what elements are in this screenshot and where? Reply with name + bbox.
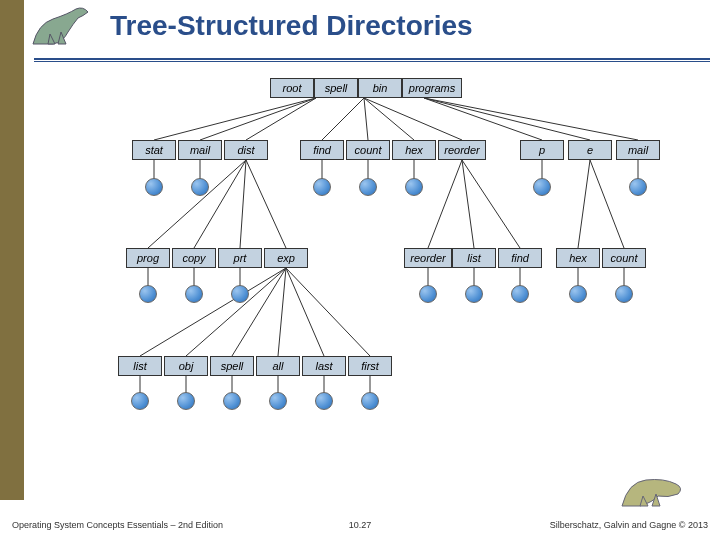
node-mail: mail — [178, 140, 222, 160]
file-node — [177, 392, 195, 410]
file-node — [361, 392, 379, 410]
file-node — [269, 392, 287, 410]
node-exp: exp — [264, 248, 308, 268]
node-first: first — [348, 356, 392, 376]
svg-line-4 — [364, 98, 368, 140]
node-list2: list — [118, 356, 162, 376]
svg-line-24 — [590, 160, 624, 248]
node-programs: programs — [402, 78, 462, 98]
svg-line-9 — [424, 98, 638, 140]
svg-line-33 — [286, 268, 324, 356]
svg-line-13 — [194, 160, 246, 248]
file-node — [419, 285, 437, 303]
node-dist: dist — [224, 140, 268, 160]
node-spell2: spell — [210, 356, 254, 376]
node-obj: obj — [164, 356, 208, 376]
dinosaur-logo-top — [28, 4, 98, 50]
file-node — [533, 178, 551, 196]
file-node — [191, 178, 209, 196]
svg-line-23 — [578, 160, 590, 248]
file-node — [231, 285, 249, 303]
file-node — [145, 178, 163, 196]
node-stat: stat — [132, 140, 176, 160]
svg-line-21 — [462, 160, 520, 248]
node-reorder2: reorder — [404, 248, 452, 268]
file-node — [359, 178, 377, 196]
node-last: last — [302, 356, 346, 376]
title-rule — [34, 58, 710, 60]
title-rule-thin — [34, 61, 710, 62]
svg-line-14 — [240, 160, 246, 248]
node-list: list — [452, 248, 496, 268]
tree-diagram: root spell bin programs stat mail dist f… — [112, 78, 692, 468]
file-node — [139, 285, 157, 303]
dinosaur-logo-bottom — [618, 472, 688, 512]
node-mail2: mail — [616, 140, 660, 160]
node-count: count — [346, 140, 390, 160]
footer-right: Silberschatz, Galvin and Gagne © 2013 — [550, 520, 708, 530]
node-prt: prt — [218, 248, 262, 268]
svg-line-0 — [154, 98, 316, 140]
file-node — [131, 392, 149, 410]
svg-line-20 — [462, 160, 474, 248]
node-p: p — [520, 140, 564, 160]
node-prog: prog — [126, 248, 170, 268]
svg-line-7 — [424, 98, 542, 140]
node-find: find — [300, 140, 344, 160]
svg-line-29 — [140, 268, 286, 356]
svg-line-1 — [200, 98, 316, 140]
diagram-edges — [112, 78, 692, 468]
svg-line-34 — [286, 268, 370, 356]
file-node — [315, 392, 333, 410]
file-node — [465, 285, 483, 303]
file-node — [185, 285, 203, 303]
file-node — [405, 178, 423, 196]
node-count2: count — [602, 248, 646, 268]
page-title: Tree-Structured Directories — [110, 10, 690, 42]
sidebar-band — [0, 0, 24, 500]
svg-line-15 — [246, 160, 286, 248]
node-spell: spell — [314, 78, 358, 98]
file-node — [629, 178, 647, 196]
svg-line-8 — [424, 98, 590, 140]
node-reorder: reorder — [438, 140, 486, 160]
svg-line-30 — [186, 268, 286, 356]
node-all: all — [256, 356, 300, 376]
svg-line-5 — [364, 98, 414, 140]
file-node — [615, 285, 633, 303]
svg-line-2 — [246, 98, 316, 140]
slide: Tree-Structured Directories — [0, 0, 720, 540]
node-find2: find — [498, 248, 542, 268]
node-hex2: hex — [556, 248, 600, 268]
file-node — [511, 285, 529, 303]
svg-line-32 — [278, 268, 286, 356]
svg-line-19 — [428, 160, 462, 248]
node-e: e — [568, 140, 612, 160]
node-bin: bin — [358, 78, 402, 98]
node-hex: hex — [392, 140, 436, 160]
file-node — [313, 178, 331, 196]
node-copy: copy — [172, 248, 216, 268]
node-root: root — [270, 78, 314, 98]
file-node — [569, 285, 587, 303]
svg-line-3 — [322, 98, 364, 140]
svg-line-12 — [148, 160, 246, 248]
file-node — [223, 392, 241, 410]
